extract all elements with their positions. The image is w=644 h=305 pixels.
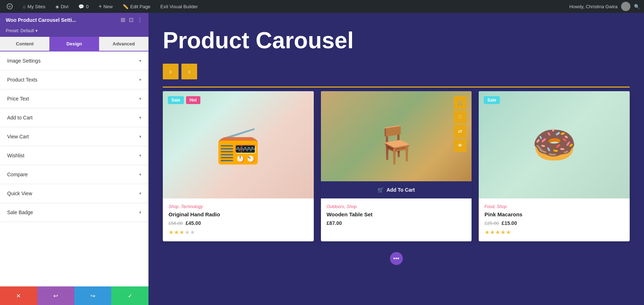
section-product-texts-label: Product Texts <box>7 77 38 83</box>
sidebar-header: Woo Product Carousel Setti... ⊞ ⊡ ⋮ <box>0 13 148 27</box>
compare-action-btn[interactable]: ⇄ <box>454 125 467 138</box>
edit-page-btn[interactable]: ✏️ Edit Page <box>121 0 152 13</box>
section-add-to-cart: Add to Cart ▾ <box>0 108 148 127</box>
layout-icon[interactable]: ⊡ <box>129 16 133 23</box>
redo-button[interactable]: ↪ <box>74 286 112 305</box>
tab-content[interactable]: Content <box>0 37 49 51</box>
product-image-radio <box>163 91 314 198</box>
cart-action-btn[interactable]: 🛒 <box>454 96 467 109</box>
edit-page-label: Edit Page <box>130 4 150 9</box>
section-price-text-label: Price Text <box>7 96 29 102</box>
card-name-macarons: Pink Macarons <box>484 211 624 217</box>
pin-icon[interactable]: ⊞ <box>121 16 125 23</box>
section-view-cart: View Cart ▾ <box>0 127 148 146</box>
sidebar: Woo Product Carousel Setti... ⊞ ⊡ ⋮ Pres… <box>0 13 148 305</box>
cancel-button[interactable]: ✕ <box>0 286 37 305</box>
section-image-settings-label: Image Settings <box>7 58 40 64</box>
badge-sale: Sale <box>168 96 184 104</box>
sidebar-title-text: Woo Product Carousel Setti... <box>6 17 76 23</box>
my-sites-btn[interactable]: ⌂ My Sites <box>21 0 48 13</box>
edit-icon: ✏️ <box>123 4 128 9</box>
exit-builder-btn[interactable]: Exit Visual Builder <box>158 0 200 13</box>
divi-label: Divi <box>61 4 69 9</box>
carousel-prev-btn[interactable]: ‹ <box>163 64 179 79</box>
divi-btn[interactable]: ◈ Divi <box>53 0 71 13</box>
section-view-cart-header[interactable]: View Cart ▾ <box>0 127 148 146</box>
carousel-title: Product Carousel <box>163 27 353 54</box>
section-quick-view: Quick View ▾ <box>0 184 148 203</box>
carousel-dots: ••• <box>390 252 403 265</box>
carousel-nav: ‹ › <box>163 64 197 79</box>
chevron-icon: ▾ <box>139 153 141 158</box>
tab-advanced[interactable]: Advanced <box>99 37 148 51</box>
wishlist-action-btn[interactable]: ♡ <box>454 110 467 123</box>
section-quick-view-label: Quick View <box>7 191 32 196</box>
plus-icon: + <box>99 3 102 10</box>
product-card-macarons: Sale Food, Shop Pink Macarons £25.00 £15… <box>479 91 630 241</box>
admin-bar: W ⌂ My Sites ◈ Divi 💬 0 + New ✏️ Edit Pa… <box>0 0 644 13</box>
section-wishlist-label: Wishlist <box>7 153 24 158</box>
price-original-macarons: £25.00 <box>484 221 499 226</box>
section-price-text: Price Text ▾ <box>0 89 148 108</box>
home-icon: ⌂ <box>23 4 26 9</box>
section-price-text-header[interactable]: Price Text ▾ <box>0 89 148 108</box>
carousel-track: Sale Hot Shop, Technology Original Hand … <box>163 91 630 241</box>
card-body-radio: Shop, Technology Original Hand Radio £56… <box>163 198 314 241</box>
card-price-radio: £56.00 £45.00 <box>169 220 308 226</box>
price-original-radio: £56.00 <box>169 221 183 226</box>
chevron-icon: ▾ <box>139 191 141 196</box>
price-sale-macarons: £15.00 <box>502 220 517 226</box>
section-image-settings-header[interactable]: Image Settings ▾ <box>0 51 148 70</box>
search-icon[interactable]: 🔍 <box>634 4 640 9</box>
tab-bar: Content Design Advanced <box>0 37 148 51</box>
chevron-icon: ▾ <box>139 134 141 139</box>
section-add-to-cart-header[interactable]: Add to Cart ▾ <box>0 108 148 127</box>
card-body-table: Outdoors, Shop Wooden Table Set £87.00 <box>321 198 472 235</box>
badge-hot: Hot <box>186 96 200 104</box>
section-compare-label: Compare <box>7 172 28 177</box>
comments-btn[interactable]: 💬 0 <box>76 0 91 13</box>
chevron-icon: ▾ <box>139 77 141 82</box>
section-product-texts-header[interactable]: Product Texts ▾ <box>0 70 148 89</box>
section-sale-badge-label: Sale Badge <box>7 210 33 215</box>
preset-bar: Preset: Default ▾ <box>0 27 148 37</box>
new-btn[interactable]: + New <box>97 0 115 13</box>
comment-icon: 💬 <box>78 4 84 9</box>
section-sale-badge: Sale Badge ▾ <box>0 203 148 222</box>
add-to-cart-overlay[interactable]: 🛒 Add To Cart <box>321 181 472 198</box>
section-quick-view-header[interactable]: Quick View ▾ <box>0 184 148 203</box>
exit-builder-label: Exit Visual Builder <box>160 4 198 9</box>
dots-button[interactable]: ••• <box>390 252 403 265</box>
undo-button[interactable]: ↩ <box>37 286 74 305</box>
preset-label[interactable]: Preset: Default ▾ <box>6 28 143 33</box>
product-image-wrapper-table: 🛒 ♡ ⇄ 👁 🛒 Add To Cart <box>321 91 472 198</box>
carousel-track-wrapper: Sale Hot Shop, Technology Original Hand … <box>163 87 630 241</box>
section-sale-badge-header[interactable]: Sale Badge ▾ <box>0 203 148 222</box>
svg-text:W: W <box>8 5 11 8</box>
card-name-table: Wooden Table Set <box>327 211 466 217</box>
section-compare-header[interactable]: Compare ▾ <box>0 165 148 184</box>
card-category-radio: Shop, Technology <box>169 204 308 209</box>
main-layout: Woo Product Carousel Setti... ⊞ ⊡ ⋮ Pres… <box>0 13 644 305</box>
section-wishlist-header[interactable]: Wishlist ▾ <box>0 146 148 165</box>
quickview-action-btn[interactable]: 👁 <box>454 139 467 152</box>
product-card-radio: Sale Hot Shop, Technology Original Hand … <box>163 91 314 241</box>
card-badges-radio: Sale Hot <box>168 96 200 104</box>
stars-radio: ★★★★★ <box>169 229 308 236</box>
product-image-wrapper-radio: Sale Hot <box>163 91 314 198</box>
more-icon[interactable]: ⋮ <box>137 16 143 23</box>
section-view-cart-label: View Cart <box>7 134 29 139</box>
chevron-down-icon: ▾ <box>35 28 38 33</box>
sidebar-sections: Image Settings ▾ Product Texts ▾ Price T… <box>0 51 148 286</box>
comments-count: 0 <box>86 4 88 9</box>
tab-design[interactable]: Design <box>49 37 99 51</box>
card-badges-macarons: Sale <box>484 96 500 104</box>
card-name-radio: Original Hand Radio <box>169 211 308 217</box>
avatar <box>621 2 630 11</box>
wp-logo-btn[interactable]: W <box>4 0 15 13</box>
carousel-next-btn[interactable]: › <box>181 64 197 79</box>
new-label: New <box>103 4 113 9</box>
save-button[interactable]: ✓ <box>111 286 148 305</box>
product-card-table: 🛒 ♡ ⇄ 👁 🛒 Add To Cart Outdoors, Shop Woo… <box>321 91 472 241</box>
add-to-cart-label: Add To Cart <box>386 187 415 193</box>
